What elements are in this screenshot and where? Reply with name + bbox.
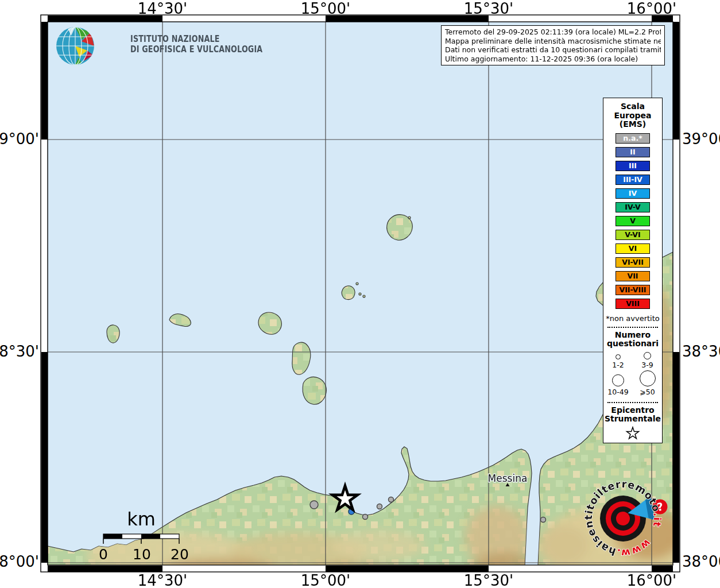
legend-swatch-VIII: VIII xyxy=(616,299,650,309)
observation-point-na xyxy=(363,514,368,520)
legend-swatch-VII: VII xyxy=(616,271,650,281)
questionnaire-size-grid: 1-23-910-49⩾50 xyxy=(603,352,662,396)
legend-divider xyxy=(607,402,658,403)
lon-label-bottom-0: 14°30' xyxy=(117,572,208,588)
map-page: Messina km 0 10 20 xyxy=(0,0,720,588)
ingv-line1: ISTITUTO NAZIONALE xyxy=(130,34,262,44)
islet xyxy=(408,216,411,219)
legend-swatch-V-VI: V-VI xyxy=(616,230,650,240)
islet xyxy=(359,293,361,295)
event-title-box: Terremoto del 29-09-2025 02:11:39 (ora l… xyxy=(441,25,665,65)
questionnaires-title-line1: Numero xyxy=(603,331,662,340)
legend-swatch-VII-VIII: VII-VIII xyxy=(616,285,650,295)
epicenter-title-line2: Strumentale xyxy=(603,415,662,424)
legend-title-line2: Europea xyxy=(603,111,662,121)
island-vulcano xyxy=(303,377,326,404)
legend-swatch-VI: VI xyxy=(616,243,650,254)
questionnaire-size-⩾50: ⩾50 xyxy=(633,370,662,396)
observation-point-na xyxy=(541,517,546,523)
size-label: 3-9 xyxy=(641,361,653,369)
size-circle-icon xyxy=(616,354,621,359)
event-title-line2: Mappa preliminare delle intensità macros… xyxy=(445,37,661,46)
ingv-wordmark: ISTITUTO NAZIONALE DI GEOFISICA E VULCAN… xyxy=(130,34,262,55)
legend-swatch-II: II xyxy=(616,147,650,157)
observation-point-na xyxy=(377,504,382,509)
lat-label-left-1: 38°30' xyxy=(0,343,39,360)
lon-label-top-0: 14°30' xyxy=(117,0,208,17)
epicenter-legend-star-icon xyxy=(624,426,641,441)
legend-swatch-IV: IV xyxy=(616,188,650,199)
lon-label-bottom-3: 16°00' xyxy=(606,572,698,588)
event-title-line4: Ultimo aggiornamento: 11-12-2025 09:36 (… xyxy=(445,55,661,64)
islet xyxy=(363,295,365,297)
lon-label-bottom-1: 15°00' xyxy=(280,572,371,588)
scale-unit: km xyxy=(127,508,156,530)
ingv-logo-icon xyxy=(56,27,94,65)
legend-title-line3: (EMS) xyxy=(603,120,662,129)
size-label: 1-2 xyxy=(612,361,624,369)
legend-swatch-V: V xyxy=(616,216,650,226)
legend-swatch-III-IV: III-IV xyxy=(616,175,650,185)
city-label: Messina xyxy=(488,473,528,484)
lat-label-right-1: 38°30' xyxy=(682,343,720,360)
size-label: 10-49 xyxy=(607,388,628,396)
size-circle-icon xyxy=(640,370,656,386)
questionnaire-size-10-49: 10-49 xyxy=(603,370,633,396)
scale-tick-20: 20 xyxy=(171,546,189,563)
lat-label-right-0: 39°00' xyxy=(682,130,720,148)
event-title-line1: Terremoto del 29-09-2025 02:11:39 (ora l… xyxy=(445,28,661,37)
event-title-line3: Dati non verificati estratti da 10 quest… xyxy=(445,45,661,55)
legend-divider xyxy=(607,327,658,328)
islet xyxy=(356,283,358,285)
legend-swatch-VI-VII: VI-VII xyxy=(616,257,650,268)
lon-label-top-2: 15°30' xyxy=(443,0,535,17)
lat-label-left-2: 38°00' xyxy=(0,553,39,570)
epicenter-title-line1: Epicentro xyxy=(603,406,662,415)
lon-label-top-3: 16°00' xyxy=(606,0,698,17)
scale-tick-10: 10 xyxy=(133,546,151,563)
legend-swatch-IV-V: IV-V xyxy=(616,202,650,212)
legend-swatch-III: III xyxy=(616,161,650,171)
size-label: ⩾50 xyxy=(640,388,655,396)
questionnaires-title-line2: questionari xyxy=(603,339,662,349)
scale-tick-0: 0 xyxy=(99,546,108,563)
observation-point-na xyxy=(389,497,394,502)
observation-point-na xyxy=(310,501,318,509)
intensity-swatch-list: n.a.*IIIIIIII-IVIVIV-VVV-VIVIVI-VIIVIIVI… xyxy=(603,133,662,309)
island-alicudi xyxy=(107,325,119,343)
questionnaire-size-1-2: 1-2 xyxy=(603,352,633,369)
legend-title-line1: Scala xyxy=(603,102,662,111)
island-panarea xyxy=(342,286,355,300)
lat-label-right-2: 38°00' xyxy=(682,553,720,570)
lat-label-left-0: 39°00' xyxy=(0,130,39,148)
legend-panel: Scala Europea (EMS) n.a.*IIIIIIII-IVIVIV… xyxy=(603,98,663,443)
size-circle-icon xyxy=(612,374,624,386)
lon-label-bottom-2: 15°30' xyxy=(443,572,535,588)
size-circle-icon xyxy=(644,352,651,359)
questionnaire-size-3-9: 3-9 xyxy=(633,352,662,369)
legend-swatch-n.a.*: n.a.* xyxy=(616,133,650,144)
lon-label-top-1: 15°00' xyxy=(280,0,371,17)
legend-footnote: *non avvertito xyxy=(603,314,662,323)
ingv-line2: DI GEOFISICA E VULCANOLOGIA xyxy=(130,44,262,55)
